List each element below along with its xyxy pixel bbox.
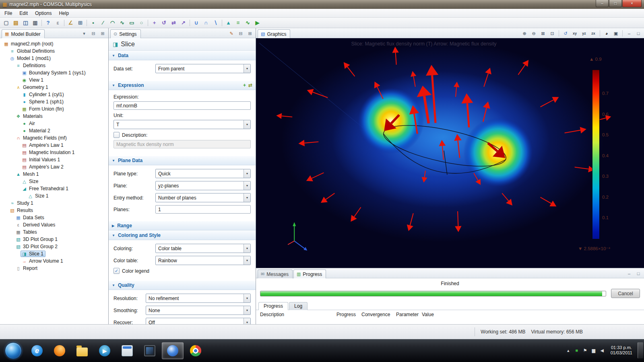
entry-method-select[interactable]: Number of planes▼: [155, 193, 251, 202]
coloring-select[interactable]: Color table▼: [155, 244, 251, 253]
tree-item-results[interactable]: ▧Results: [0, 207, 108, 214]
plane-select[interactable]: yz-planes▼: [155, 181, 251, 190]
compute-icon[interactable]: =: [233, 19, 243, 27]
network-icon[interactable]: ▆: [590, 347, 597, 354]
tree-item-arrow-volume-1[interactable]: →Arrow Volume 1: [0, 257, 108, 265]
plane-type-select[interactable]: Quick▼: [155, 169, 251, 178]
minimize-panel-icon[interactable]: ⊟: [89, 30, 97, 37]
update-plot-icon[interactable]: ✎: [227, 30, 235, 37]
graphics-tab[interactable]: ▧ Graphics: [258, 29, 290, 38]
volume-icon[interactable]: ◀: [599, 347, 605, 354]
tree-item-sphere-1-sph1[interactable]: ●Sphere 1 (sph1): [0, 98, 108, 105]
console-taskbar-button[interactable]: [139, 343, 160, 359]
go-to-yz-view-icon[interactable]: yz: [580, 30, 588, 37]
tree-item-boundary-system-1-sys1[interactable]: ▣Boundary System 1 (sys1): [0, 69, 108, 76]
tree-item-material-2[interactable]: ●Material 2: [0, 127, 108, 134]
section-header-quality[interactable]: ▼Quality: [109, 280, 256, 290]
tree-item-report[interactable]: ▯Report: [0, 265, 108, 272]
expression-input[interactable]: mf.normB: [114, 101, 251, 110]
section-header-data[interactable]: ▼Data: [109, 51, 256, 60]
build-mesh-icon[interactable]: ▲: [224, 19, 233, 27]
add-expression-icon[interactable]: +: [243, 82, 246, 88]
action-center-icon[interactable]: ⚑: [582, 347, 588, 354]
difference-icon[interactable]: ∖: [211, 19, 220, 27]
play-animation-icon[interactable]: ▶: [253, 19, 262, 27]
health-monitor-icon[interactable]: ■: [574, 347, 580, 354]
tree-item-magnet2-mph-root[interactable]: ▦magnet2.mph (root): [0, 40, 108, 47]
go-to-zx-view-icon[interactable]: zx: [589, 30, 597, 37]
office-app-taskbar-button[interactable]: [117, 343, 138, 359]
tree-item-form-union-fin[interactable]: ▦Form Union (fin): [0, 105, 108, 113]
tree-item-size-1[interactable]: △Size 1: [0, 192, 108, 200]
menu-help[interactable]: Help: [55, 9, 72, 17]
windows-explorer-taskbar-button[interactable]: [72, 343, 93, 359]
section-header-range[interactable]: ▶Range: [109, 221, 256, 230]
zoom-in-icon[interactable]: ⊕: [520, 30, 528, 37]
draw-arc-icon[interactable]: ◠: [108, 19, 117, 27]
section-header-plane-data[interactable]: ▼Plane Data: [109, 156, 256, 165]
scene-light-icon[interactable]: ◕: [603, 30, 611, 37]
rotate-icon[interactable]: ↺: [159, 19, 169, 27]
settings-tab[interactable]: ⊙ Settings: [110, 29, 141, 38]
subtab-progress[interactable]: Progress: [258, 302, 288, 310]
minimize-panel-icon[interactable]: –: [625, 270, 633, 277]
subtab-log[interactable]: Log: [289, 302, 308, 310]
tree-item-air[interactable]: ●Air: [0, 120, 108, 127]
tree-item-amp-re-s-law-2[interactable]: ▤Ampère's Law 2: [0, 163, 108, 171]
planes-input[interactable]: 1: [155, 205, 251, 214]
union-icon[interactable]: ∪: [192, 19, 201, 27]
model-builder-tab[interactable]: ▦ Model Builder: [2, 29, 45, 38]
open-file-icon[interactable]: ▤: [11, 19, 21, 27]
tree-item-definitions[interactable]: ≡Definitions: [0, 62, 108, 69]
draw-rectangle-icon[interactable]: ▭: [127, 19, 136, 27]
replace-expression-icon[interactable]: ⇄: [248, 82, 252, 88]
help-icon[interactable]: ?: [43, 19, 53, 27]
draw-point-icon[interactable]: •: [89, 19, 98, 27]
tree-item-cylinder-1-cyl1[interactable]: ▮Cylinder 1 (cyl1): [0, 91, 108, 98]
maximize-panel-icon[interactable]: ⊞: [246, 30, 254, 37]
description-checkbox[interactable]: [114, 132, 120, 138]
section-header-coloring-and-style[interactable]: ▼Coloring and Style: [109, 230, 256, 240]
tree-item-derived-values[interactable]: εDerived Values: [0, 221, 108, 228]
tree-item-materials[interactable]: ❖Materials: [0, 113, 108, 120]
zoom-extents-icon[interactable]: ⊠: [539, 30, 547, 37]
intersection-icon[interactable]: ∩: [201, 19, 211, 27]
close-button[interactable]: ×: [622, 0, 642, 7]
minimize-panel-icon[interactable]: –: [625, 30, 633, 37]
start-button[interactable]: [5, 342, 22, 359]
show-hidden-icons-icon[interactable]: ▴: [565, 347, 572, 354]
go-to-xy-view-icon[interactable]: xy: [571, 30, 579, 37]
internet-explorer-taskbar-button[interactable]: e: [27, 343, 47, 359]
tree-item-amp-re-s-law-1[interactable]: ▤Ampère's Law 1: [0, 142, 108, 149]
maximize-panel-icon[interactable]: □: [634, 30, 642, 37]
show-desktop-button[interactable]: [638, 342, 643, 358]
go-to-default-view-icon[interactable]: ↺: [561, 30, 570, 37]
tree-item-data-sets[interactable]: ▦Data Sets: [0, 214, 108, 221]
new-file-icon[interactable]: ▢: [2, 19, 11, 27]
tree-item-study-1[interactable]: ≈Study 1: [0, 200, 108, 207]
media-player-taskbar-button[interactable]: ▶: [94, 343, 115, 359]
physical-constants-icon[interactable]: ε: [53, 19, 62, 27]
mirror-icon[interactable]: ⇄: [169, 19, 178, 27]
draw-line-icon[interactable]: ∕: [98, 19, 107, 27]
scale-icon[interactable]: ↗: [179, 19, 188, 27]
maximize-button[interactable]: □: [609, 0, 622, 7]
tree-item-view-1[interactable]: ◉View 1: [0, 76, 108, 84]
measure-icon[interactable]: ∠: [66, 19, 75, 27]
tree-item-magnetic-insulation-1[interactable]: ▤Magnetic Insulation 1: [0, 149, 108, 156]
section-header-expression[interactable]: ▼Expression+⇄: [109, 80, 256, 90]
tree-item-free-tetrahedral-1[interactable]: ◢Free Tetrahedral 1: [0, 185, 108, 192]
tab-messages[interactable]: ✉Messages: [258, 269, 293, 278]
tree-item-global-definitions[interactable]: ≡Global Definitions: [0, 47, 108, 55]
graphics-canvas[interactable]: Slice: Magnetic flux density norm (T) Ar…: [256, 38, 644, 268]
tree-item-mesh-1[interactable]: ▲Mesh 1: [0, 171, 108, 178]
zoom-out-icon[interactable]: ⊖: [530, 30, 538, 37]
cancel-button[interactable]: Cancel: [611, 289, 640, 298]
minimize-button[interactable]: –: [596, 0, 609, 7]
maximize-panel-icon[interactable]: □: [634, 270, 642, 277]
tree-item-3d-plot-group-1[interactable]: ▧3D Plot Group 1: [0, 236, 108, 243]
plot-icon[interactable]: ∿: [243, 19, 252, 27]
draw-curve-icon[interactable]: ∿: [118, 19, 127, 27]
tree-item-3d-plot-group-2[interactable]: ▧3D Plot Group 2: [0, 243, 108, 250]
tree-item-model-1-mod1[interactable]: ◎Model 1 (mod1): [0, 55, 108, 62]
